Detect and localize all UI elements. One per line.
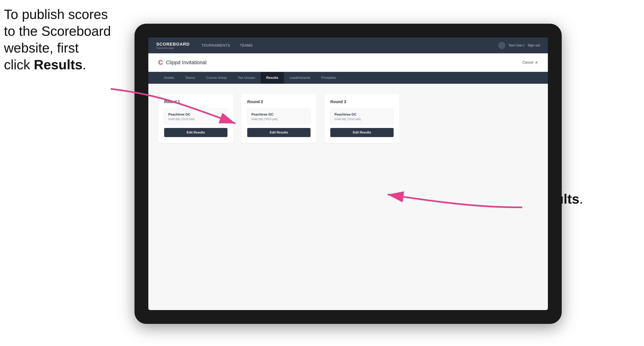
tab-results[interactable]: Results	[261, 72, 284, 84]
round-card-3: Round 3 Peachtree GC Gold (M) (7010 yds)…	[324, 94, 400, 143]
round-1-course-card: Peachtree GC Gold (M) (7010 yds)	[164, 109, 228, 124]
clippd-c-icon: C	[158, 59, 163, 66]
nav-teams[interactable]: TEAMS	[240, 43, 253, 48]
sign-out-link[interactable]: Sign out	[528, 43, 540, 47]
edit-results-button-1[interactable]: Edit Results	[164, 128, 228, 137]
brand-name: SCOREBOARD	[156, 42, 190, 47]
main-content: Round 1 Peachtree GC Gold (M) (7010 yds)…	[148, 84, 548, 310]
round-1-course-details: Gold (M) (7010 yds)	[168, 117, 223, 121]
round-3-course-card: Peachtree GC Gold (M) (7010 yds)	[330, 109, 394, 124]
tab-course-setup[interactable]: Course Setup	[200, 72, 232, 84]
page-title-area: C Clippd Invitational	[158, 59, 206, 66]
tab-tee-groups[interactable]: Tee Groups	[232, 72, 261, 84]
round-1-label: Round 1	[164, 100, 228, 104]
top-nav: SCOREBOARD Powered by clippd TOURNAMENTS…	[148, 37, 548, 53]
round-2-course-card: Peachtree GC Gold (M) (7010 yds)	[247, 109, 310, 124]
rounds-grid: Round 1 Peachtree GC Gold (M) (7010 yds)…	[158, 94, 538, 143]
nav-tournaments[interactable]: TOURNAMENTS	[202, 43, 230, 48]
round-card-1: Round 1 Peachtree GC Gold (M) (7010 yds)…	[158, 94, 234, 143]
nav-right: Test User | Sign out	[498, 42, 540, 49]
instruction-left: To publish scores to the Scoreboard webs…	[4, 6, 119, 73]
user-avatar	[498, 42, 505, 49]
round-3-label: Round 3	[330, 100, 394, 104]
round-2-label: Round 2	[247, 100, 310, 104]
brand-sub: Powered by clippd	[156, 47, 190, 49]
round-1-course-name: Peachtree GC	[168, 113, 223, 117]
brand-logo: SCOREBOARD Powered by clippd	[156, 42, 190, 49]
cancel-x-icon: ✕	[535, 60, 538, 65]
round-2-course-details: Gold (M) (7010 yds)	[252, 117, 306, 121]
round-2-course-name: Peachtree GC	[252, 113, 306, 117]
page-header: C Clippd Invitational Cancel ✕	[148, 53, 548, 72]
tablet-frame: SCOREBOARD Powered by clippd TOURNAMENTS…	[134, 24, 562, 324]
cancel-button[interactable]: Cancel ✕	[522, 60, 538, 65]
tablet-screen: SCOREBOARD Powered by clippd TOURNAMENTS…	[148, 37, 548, 310]
round-3-course-name: Peachtree GC	[334, 113, 390, 117]
tab-details[interactable]: Details	[158, 72, 180, 84]
user-text: Test User |	[508, 43, 524, 47]
edit-results-button-2[interactable]: Edit Results	[247, 128, 310, 137]
sub-nav: Details Teams Course Setup Tee Groups Re…	[148, 72, 548, 84]
page-title: Clippd Invitational	[166, 59, 206, 66]
tab-leaderboards[interactable]: Leaderboards	[284, 72, 316, 84]
edit-results-button-3[interactable]: Edit Results	[330, 128, 394, 137]
tab-printables[interactable]: Printables	[316, 72, 342, 84]
round-card-2: Round 2 Peachtree GC Gold (M) (7010 yds)…	[241, 94, 316, 143]
nav-links: TOURNAMENTS TEAMS	[202, 43, 498, 48]
round-3-course-details: Gold (M) (7010 yds)	[334, 117, 390, 121]
tab-teams[interactable]: Teams	[180, 72, 200, 84]
